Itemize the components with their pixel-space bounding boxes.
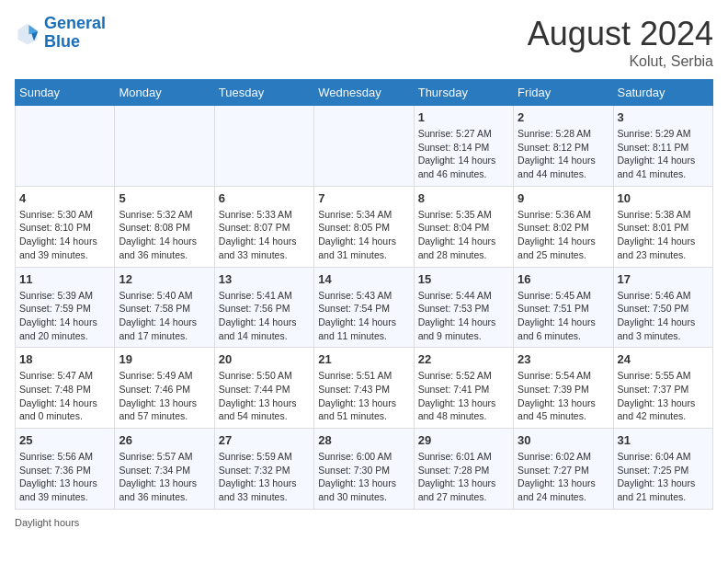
table-row: 16Sunrise: 5:45 AM Sunset: 7:51 PM Dayli… — [514, 267, 613, 348]
day-info: Sunrise: 5:27 AM Sunset: 8:14 PM Dayligh… — [418, 127, 509, 181]
day-info: Sunrise: 5:29 AM Sunset: 8:11 PM Dayligh… — [618, 127, 709, 181]
day-info: Sunrise: 5:51 AM Sunset: 7:43 PM Dayligh… — [318, 369, 409, 423]
day-number: 27 — [219, 433, 310, 447]
table-row: 26Sunrise: 5:57 AM Sunset: 7:34 PM Dayli… — [115, 429, 214, 510]
day-number: 25 — [19, 433, 110, 447]
day-info: Sunrise: 5:32 AM Sunset: 8:08 PM Dayligh… — [119, 208, 210, 262]
day-number: 14 — [318, 272, 409, 286]
day-number: 9 — [518, 191, 609, 205]
day-info: Sunrise: 5:52 AM Sunset: 7:41 PM Dayligh… — [418, 369, 509, 423]
table-row — [314, 106, 414, 187]
day-number: 2 — [518, 110, 609, 124]
day-info: Sunrise: 5:43 AM Sunset: 7:54 PM Dayligh… — [318, 289, 409, 343]
day-info: Sunrise: 5:44 AM Sunset: 7:53 PM Dayligh… — [418, 289, 509, 343]
day-info: Sunrise: 6:02 AM Sunset: 7:27 PM Dayligh… — [518, 450, 609, 504]
day-number: 22 — [418, 352, 509, 366]
table-row: 19Sunrise: 5:49 AM Sunset: 7:46 PM Dayli… — [115, 348, 214, 429]
day-info: Sunrise: 5:41 AM Sunset: 7:56 PM Dayligh… — [219, 289, 310, 343]
day-number: 19 — [119, 352, 210, 366]
day-info: Sunrise: 5:54 AM Sunset: 7:39 PM Dayligh… — [518, 369, 609, 423]
header-tuesday: Tuesday — [214, 80, 313, 106]
day-number: 16 — [518, 272, 609, 286]
day-info: Sunrise: 5:33 AM Sunset: 8:07 PM Dayligh… — [219, 208, 310, 262]
day-number: 1 — [418, 110, 509, 124]
table-row: 20Sunrise: 5:50 AM Sunset: 7:44 PM Dayli… — [214, 348, 313, 429]
day-info: Sunrise: 5:57 AM Sunset: 7:34 PM Dayligh… — [119, 450, 210, 504]
day-info: Sunrise: 5:36 AM Sunset: 8:02 PM Dayligh… — [518, 208, 609, 262]
day-info: Sunrise: 5:30 AM Sunset: 8:10 PM Dayligh… — [19, 208, 110, 262]
table-row — [214, 106, 313, 187]
calendar-week-row: 4Sunrise: 5:30 AM Sunset: 8:10 PM Daylig… — [16, 186, 713, 267]
day-number: 28 — [318, 433, 409, 447]
table-row: 13Sunrise: 5:41 AM Sunset: 7:56 PM Dayli… — [214, 267, 313, 348]
table-row: 28Sunrise: 6:00 AM Sunset: 7:30 PM Dayli… — [314, 429, 414, 510]
table-row: 1Sunrise: 5:27 AM Sunset: 8:14 PM Daylig… — [414, 106, 513, 187]
day-number: 5 — [119, 191, 210, 205]
table-row: 17Sunrise: 5:46 AM Sunset: 7:50 PM Dayli… — [613, 267, 712, 348]
day-info: Sunrise: 5:50 AM Sunset: 7:44 PM Dayligh… — [219, 369, 310, 423]
day-info: Sunrise: 6:00 AM Sunset: 7:30 PM Dayligh… — [318, 450, 409, 504]
table-row: 11Sunrise: 5:39 AM Sunset: 7:59 PM Dayli… — [16, 267, 115, 348]
day-number: 17 — [618, 272, 709, 286]
day-info: Sunrise: 5:35 AM Sunset: 8:04 PM Dayligh… — [418, 208, 509, 262]
table-row: 3Sunrise: 5:29 AM Sunset: 8:11 PM Daylig… — [613, 106, 712, 187]
table-row: 10Sunrise: 5:38 AM Sunset: 8:01 PM Dayli… — [613, 186, 712, 267]
table-row: 14Sunrise: 5:43 AM Sunset: 7:54 PM Dayli… — [314, 267, 414, 348]
day-number: 20 — [219, 352, 310, 366]
day-number: 12 — [119, 272, 210, 286]
calendar-week-row: 18Sunrise: 5:47 AM Sunset: 7:48 PM Dayli… — [16, 348, 713, 429]
daylight-hours-label: Daylight hours — [15, 517, 79, 528]
day-number: 31 — [618, 433, 709, 447]
day-info: Sunrise: 5:49 AM Sunset: 7:46 PM Dayligh… — [119, 369, 210, 423]
day-info: Sunrise: 5:45 AM Sunset: 7:51 PM Dayligh… — [518, 289, 609, 343]
table-row: 2Sunrise: 5:28 AM Sunset: 8:12 PM Daylig… — [514, 106, 613, 187]
day-number: 30 — [518, 433, 609, 447]
table-row: 25Sunrise: 5:56 AM Sunset: 7:36 PM Dayli… — [16, 429, 115, 510]
day-info: Sunrise: 5:56 AM Sunset: 7:36 PM Dayligh… — [19, 450, 110, 504]
table-row: 15Sunrise: 5:44 AM Sunset: 7:53 PM Dayli… — [414, 267, 513, 348]
table-row: 5Sunrise: 5:32 AM Sunset: 8:08 PM Daylig… — [115, 186, 214, 267]
month-year-title: August 2024 — [528, 15, 713, 53]
day-number: 13 — [219, 272, 310, 286]
table-row: 9Sunrise: 5:36 AM Sunset: 8:02 PM Daylig… — [514, 186, 613, 267]
header-wednesday: Wednesday — [314, 80, 414, 106]
footer: Daylight hours — [15, 517, 713, 528]
table-row: 24Sunrise: 5:55 AM Sunset: 7:37 PM Dayli… — [613, 348, 712, 429]
day-info: Sunrise: 6:01 AM Sunset: 7:28 PM Dayligh… — [418, 450, 509, 504]
logo-text: General Blue — [44, 15, 106, 52]
title-area: August 2024 Kolut, Serbia — [528, 15, 713, 70]
header-friday: Friday — [514, 80, 613, 106]
header-sunday: Sunday — [16, 80, 115, 106]
table-row — [16, 106, 115, 187]
table-row: 29Sunrise: 6:01 AM Sunset: 7:28 PM Dayli… — [414, 429, 513, 510]
day-info: Sunrise: 5:38 AM Sunset: 8:01 PM Dayligh… — [618, 208, 709, 262]
day-number: 10 — [618, 191, 709, 205]
header-saturday: Saturday — [613, 80, 712, 106]
calendar-week-row: 25Sunrise: 5:56 AM Sunset: 7:36 PM Dayli… — [16, 429, 713, 510]
day-info: Sunrise: 6:04 AM Sunset: 7:25 PM Dayligh… — [618, 450, 709, 504]
day-number: 29 — [418, 433, 509, 447]
day-number: 24 — [618, 352, 709, 366]
table-row: 27Sunrise: 5:59 AM Sunset: 7:32 PM Dayli… — [214, 429, 313, 510]
header-thursday: Thursday — [414, 80, 513, 106]
logo-icon — [15, 20, 40, 46]
table-row: 21Sunrise: 5:51 AM Sunset: 7:43 PM Dayli… — [314, 348, 414, 429]
day-number: 8 — [418, 191, 509, 205]
day-number: 7 — [318, 191, 409, 205]
calendar-week-row: 11Sunrise: 5:39 AM Sunset: 7:59 PM Dayli… — [16, 267, 713, 348]
table-row: 8Sunrise: 5:35 AM Sunset: 8:04 PM Daylig… — [414, 186, 513, 267]
location-subtitle: Kolut, Serbia — [528, 53, 713, 70]
day-info: Sunrise: 5:39 AM Sunset: 7:59 PM Dayligh… — [19, 289, 110, 343]
table-row: 4Sunrise: 5:30 AM Sunset: 8:10 PM Daylig… — [16, 186, 115, 267]
calendar-week-row: 1Sunrise: 5:27 AM Sunset: 8:14 PM Daylig… — [16, 106, 713, 187]
day-info: Sunrise: 5:55 AM Sunset: 7:37 PM Dayligh… — [618, 369, 709, 423]
header-monday: Monday — [115, 80, 214, 106]
table-row — [115, 106, 214, 187]
table-row: 31Sunrise: 6:04 AM Sunset: 7:25 PM Dayli… — [613, 429, 712, 510]
day-number: 15 — [418, 272, 509, 286]
day-info: Sunrise: 5:40 AM Sunset: 7:58 PM Dayligh… — [119, 289, 210, 343]
table-row: 22Sunrise: 5:52 AM Sunset: 7:41 PM Dayli… — [414, 348, 513, 429]
day-number: 3 — [618, 110, 709, 124]
table-row: 12Sunrise: 5:40 AM Sunset: 7:58 PM Dayli… — [115, 267, 214, 348]
table-row: 30Sunrise: 6:02 AM Sunset: 7:27 PM Dayli… — [514, 429, 613, 510]
